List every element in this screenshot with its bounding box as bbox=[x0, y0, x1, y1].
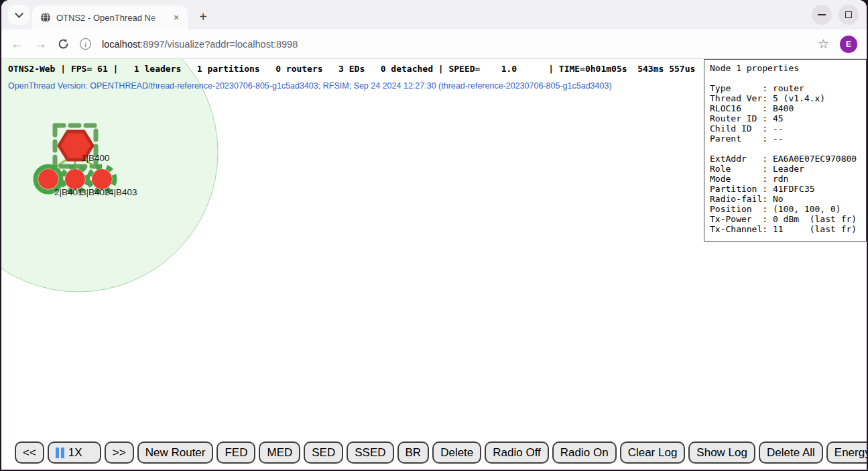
node-4-circle[interactable] bbox=[92, 169, 112, 189]
minimize-button[interactable] bbox=[812, 5, 832, 25]
window-controls bbox=[812, 5, 859, 25]
back-icon[interactable]: ← bbox=[11, 38, 23, 50]
br-button[interactable]: BR bbox=[397, 441, 430, 464]
radio-on-button[interactable]: Radio On bbox=[552, 441, 617, 464]
speed-button[interactable]: 1X bbox=[48, 441, 101, 464]
energy-stats-button[interactable]: Energy-stats ↗ bbox=[826, 441, 867, 464]
node-2-circle[interactable] bbox=[38, 169, 58, 189]
sed-button[interactable]: SED bbox=[304, 441, 343, 464]
reload-icon[interactable] bbox=[58, 38, 69, 50]
med-button[interactable]: MED bbox=[259, 441, 300, 464]
tab-otns2[interactable]: OTNS2 - OpenThread Ne × bbox=[32, 5, 188, 30]
simulation-status-line: OTNS2-Web | FPS= 61 | 1 leaders 1 partit… bbox=[8, 64, 695, 74]
node-2-label: 2|B401 bbox=[54, 187, 83, 197]
node-3-circle[interactable] bbox=[65, 169, 85, 189]
bookmark-star-icon[interactable]: ☆ bbox=[818, 36, 829, 52]
navigation-bar: ← → i localhost:8997/visualize?addr=loca… bbox=[1, 30, 867, 59]
properties-panel-body: Type : router Thread Ver: 5 (v1.4.x) RLO… bbox=[710, 73, 861, 234]
new-tab-button[interactable]: + bbox=[193, 7, 213, 27]
node-1-label: 1|B400 bbox=[81, 153, 110, 163]
url-bar[interactable]: localhost:8997/visualize?addr=localhost:… bbox=[102, 39, 298, 50]
radio-off-button[interactable]: Radio Off bbox=[485, 441, 549, 464]
fast-forward-button[interactable]: >> bbox=[105, 441, 134, 464]
node-4-label: 4|B403 bbox=[109, 187, 137, 197]
tab-strip: OTNS2 - OpenThread Ne × + bbox=[1, 0, 867, 30]
otns-visualizer-page: 1|B400 2|B401 3|B402 4|B403 OTNS2-Web | … bbox=[1, 59, 867, 470]
delete-button[interactable]: Delete bbox=[432, 441, 481, 464]
speed-label: 1X bbox=[68, 446, 82, 460]
tab-close-icon[interactable]: × bbox=[170, 11, 182, 23]
profile-avatar[interactable]: E bbox=[840, 36, 857, 53]
minimize-icon bbox=[818, 14, 826, 15]
browser-window: OTNS2 - OpenThread Ne × + ← → i localhos… bbox=[1, 0, 867, 470]
node-3-label: 3|B402 bbox=[81, 187, 110, 197]
tab-search-button[interactable] bbox=[8, 5, 29, 25]
url-host: localhost bbox=[102, 39, 140, 50]
site-info-icon[interactable]: i bbox=[80, 38, 91, 50]
rewind-button[interactable]: << bbox=[15, 441, 44, 464]
ssed-button[interactable]: SSED bbox=[347, 441, 393, 464]
node-properties-panel: Node 1 properties Type : router Thread V… bbox=[704, 59, 867, 242]
tab-title: OTNS2 - OpenThread Ne bbox=[56, 13, 165, 23]
url-path: :8997/visualize?addr=localhost:8998 bbox=[140, 39, 298, 50]
clear-log-button[interactable]: Clear Log bbox=[620, 441, 686, 464]
forward-icon[interactable]: → bbox=[34, 38, 47, 50]
properties-panel-title: Node 1 properties bbox=[710, 63, 861, 73]
maximize-button[interactable] bbox=[839, 5, 859, 25]
openthread-version-link[interactable]: OpenThread Version: OPENTHREAD/thread-re… bbox=[8, 81, 612, 91]
simulation-toolbar: << 1X >> New Router FED MED SED SSED BR … bbox=[15, 441, 867, 464]
maximize-icon bbox=[845, 11, 852, 18]
chevron-down-icon bbox=[15, 9, 23, 18]
new-router-button[interactable]: New Router bbox=[137, 441, 214, 464]
show-log-button[interactable]: Show Log bbox=[688, 441, 755, 464]
globe-favicon-icon bbox=[40, 12, 51, 23]
pause-icon bbox=[56, 448, 64, 458]
fed-button[interactable]: FED bbox=[216, 441, 255, 464]
delete-all-button[interactable]: Delete All bbox=[759, 441, 823, 464]
